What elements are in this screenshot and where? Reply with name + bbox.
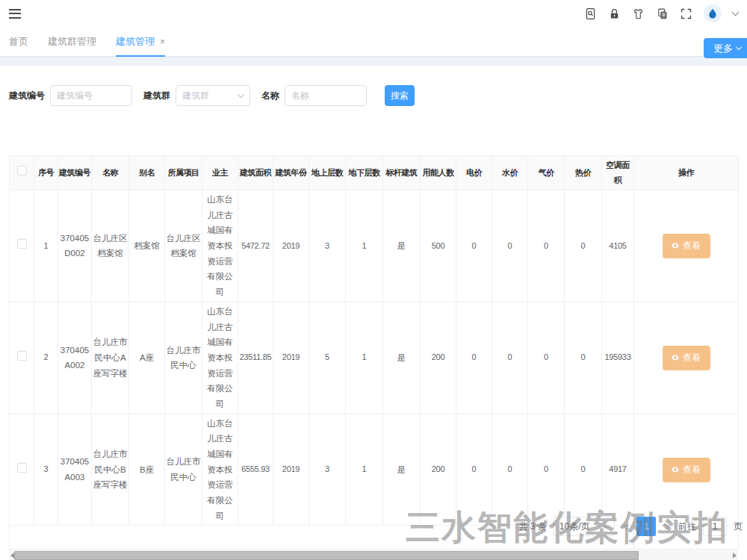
page-size-value: 10条/页 xyxy=(560,520,590,533)
row-checkbox[interactable] xyxy=(17,239,27,249)
scrollbar-thumb[interactable] xyxy=(14,551,639,560)
tab-home[interactable]: 首页 xyxy=(9,27,28,57)
page-size-select[interactable]: 10条/页 xyxy=(554,517,615,536)
col-code: 建筑编号 xyxy=(58,156,92,190)
scroll-right-arrow-icon[interactable] xyxy=(733,553,737,559)
col-water-price: 水价 xyxy=(492,156,528,190)
name-label: 名称 xyxy=(261,90,279,102)
buildings-table: 序号 建筑编号 名称 别名 所属项目 业主 建筑面积 建筑年份 地上层数 地下层… xyxy=(9,155,738,550)
app-window: 首页 建筑群管理 建筑管理× 更多 建筑编号 建筑群 建筑群 名称 搜索 序号 … xyxy=(0,0,747,560)
row-checkbox[interactable] xyxy=(17,351,27,361)
search-form: 建筑编号 建筑群 建筑群 名称 搜索 xyxy=(9,85,747,106)
cell-ac-area: 4105 xyxy=(602,190,634,302)
lock-icon[interactable] xyxy=(608,7,621,20)
cell-benchmark: 是 xyxy=(383,302,421,414)
cell-seq: 3 xyxy=(34,414,58,526)
col-floors-above: 地上层数 xyxy=(309,156,346,190)
cell-heat-price: 0 xyxy=(565,190,602,302)
cell-seq: 1 xyxy=(34,190,58,302)
tab-label: 首页 xyxy=(9,36,28,47)
tab-label: 建筑管理 xyxy=(116,36,155,47)
cell-code: 370405A002 xyxy=(58,302,92,414)
cell-gas-price: 0 xyxy=(528,190,565,302)
cell-area: 5472.72 xyxy=(238,190,273,302)
table-row: 2 370405A002 台儿庄市民中心A座写字楼 A座 台儿庄市民中心 山东台… xyxy=(10,302,739,414)
cell-project: 台儿庄市民中心 xyxy=(165,302,202,414)
select-placeholder: 建筑群 xyxy=(182,90,209,102)
more-button-label: 更多 xyxy=(713,38,733,58)
checkbox-cell xyxy=(10,190,34,302)
chevron-down-icon[interactable] xyxy=(732,9,740,16)
building-group-label: 建筑群 xyxy=(143,90,170,102)
page-number-button[interactable]: 1 xyxy=(636,517,656,536)
cell-area: 6555.93 xyxy=(238,414,273,526)
tab-building[interactable]: 建筑管理× xyxy=(116,27,165,57)
file-search-icon[interactable] xyxy=(584,7,597,20)
cell-benchmark: 是 xyxy=(383,190,421,302)
close-icon[interactable]: × xyxy=(160,37,165,47)
page-unit-label: 页 xyxy=(734,520,743,533)
more-button[interactable]: 更多 xyxy=(704,38,747,58)
cell-actions: 查看 xyxy=(634,414,739,526)
building-group-select[interactable]: 建筑群 xyxy=(176,85,250,106)
search-button[interactable]: 搜索 xyxy=(385,85,415,106)
next-page-button[interactable]: > xyxy=(663,521,672,532)
cell-project: 台儿庄市民中心 xyxy=(165,414,202,526)
topbar-icon-group xyxy=(584,4,738,22)
col-floors-below: 地下层数 xyxy=(346,156,383,190)
cell-water-price: 0 xyxy=(492,302,528,414)
select-all-cell xyxy=(10,156,34,190)
cell-year: 2019 xyxy=(273,414,309,526)
table-header-row: 序号 建筑编号 名称 别名 所属项目 业主 建筑面积 建筑年份 地上层数 地下层… xyxy=(10,156,739,190)
view-button-label: 查看 xyxy=(683,464,702,476)
cell-water-price: 0 xyxy=(492,414,528,526)
cell-floors-above: 3 xyxy=(309,190,346,302)
cell-floors-below: 1 xyxy=(346,414,383,526)
copy-pages-icon[interactable] xyxy=(656,7,669,20)
goto-label: 前往 xyxy=(678,520,696,533)
menu-icon[interactable] xyxy=(9,9,21,19)
checkbox-cell xyxy=(10,302,34,414)
cell-elec-price: 0 xyxy=(456,302,492,414)
cell-elec-price: 0 xyxy=(456,414,492,526)
chevron-down-icon xyxy=(736,44,742,50)
select-all-checkbox[interactable] xyxy=(17,166,27,175)
cell-alias: 档案馆 xyxy=(129,190,165,302)
cell-benchmark: 是 xyxy=(383,414,421,526)
cell-year: 2019 xyxy=(273,302,309,414)
cell-code: 370405A003 xyxy=(58,414,92,526)
eye-icon xyxy=(671,241,680,250)
total-count-label: 共 3 条 xyxy=(518,520,546,533)
cell-alias: A座 xyxy=(129,302,165,414)
cell-alias: B座 xyxy=(129,414,165,526)
prev-page-button[interactable]: < xyxy=(622,521,630,532)
horizontal-scrollbar[interactable] xyxy=(9,550,738,560)
cell-heat-price: 0 xyxy=(565,302,602,414)
name-input[interactable] xyxy=(285,85,367,106)
cell-area: 23511.85 xyxy=(238,302,273,414)
table-row: 1 370405D002 台儿庄区档案馆 档案馆 台儿庄区档案馆 山东台儿庄古城… xyxy=(10,190,739,302)
tab-building-group[interactable]: 建筑群管理 xyxy=(48,27,96,57)
cell-owner: 山东台儿庄古城国有资本投资运营有限公司 xyxy=(202,190,238,302)
eye-icon xyxy=(671,465,680,474)
col-project: 所属项目 xyxy=(165,156,202,190)
col-benchmark: 标杆建筑 xyxy=(383,156,421,190)
fullscreen-icon[interactable] xyxy=(680,7,692,20)
view-button[interactable]: 查看 xyxy=(663,458,710,482)
goto-page-input[interactable] xyxy=(703,517,727,536)
avatar[interactable] xyxy=(704,4,722,22)
view-button[interactable]: 查看 xyxy=(663,346,710,370)
col-elec-price: 电价 xyxy=(456,156,492,190)
col-name: 名称 xyxy=(92,156,129,190)
view-button[interactable]: 查看 xyxy=(663,234,710,258)
building-code-input[interactable] xyxy=(50,85,132,106)
cell-owner: 山东台儿庄古城国有资本投资运营有限公司 xyxy=(202,414,238,526)
cell-floors-above: 5 xyxy=(309,302,346,414)
cell-gas-price: 0 xyxy=(528,302,565,414)
row-checkbox[interactable] xyxy=(17,463,27,473)
col-seq: 序号 xyxy=(34,156,58,190)
theme-shirt-icon[interactable] xyxy=(632,7,645,20)
checkbox-cell xyxy=(10,414,34,526)
cell-actions: 查看 xyxy=(634,302,739,414)
cell-code: 370405D002 xyxy=(58,190,92,302)
